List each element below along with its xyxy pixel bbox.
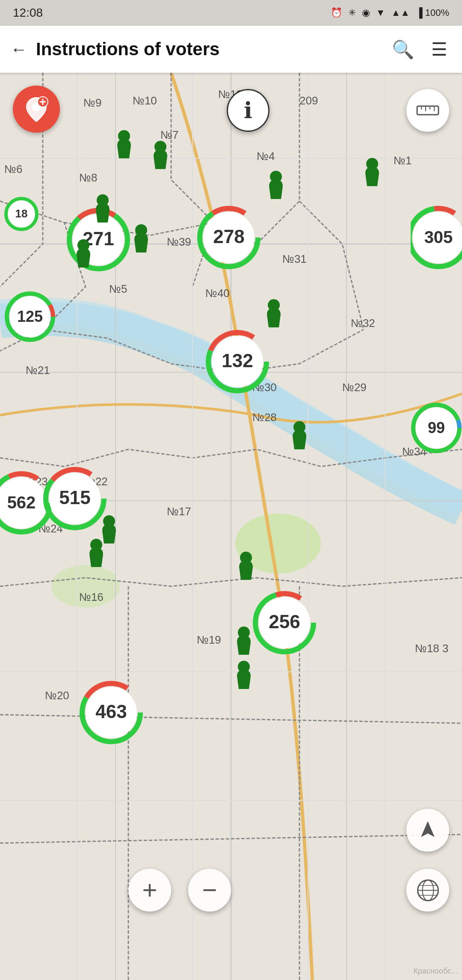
svg-text:125: 125 [17, 308, 43, 325]
svg-text:463: 463 [95, 701, 127, 722]
info-icon: ℹ [244, 98, 252, 123]
add-location-button[interactable] [13, 86, 60, 133]
svg-marker-82 [421, 822, 434, 837]
alarm-icon: ⏰ [331, 7, 342, 18]
navigate-button[interactable] [406, 809, 449, 852]
top-bar: ← Instructions of voters 🔍 ☰ [0, 26, 462, 73]
back-button[interactable]: ← [10, 40, 27, 59]
minus-icon: − [202, 877, 217, 903]
ruler-icon [415, 98, 441, 123]
info-button[interactable]: ℹ [227, 89, 270, 132]
status-bar: 12:08 ⏰ ✳ ◉ ▼ ▲▲ ▐ 100% [0, 0, 462, 26]
svg-text:256: 256 [269, 611, 300, 632]
navigate-icon [417, 820, 438, 841]
bluetooth-icon: ✳ [348, 7, 356, 18]
zoom-in-button[interactable]: + [128, 869, 171, 912]
svg-text:515: 515 [59, 487, 90, 508]
svg-text:278: 278 [213, 226, 244, 247]
marker-271[interactable]: 271 [66, 208, 130, 272]
svg-text:305: 305 [424, 228, 453, 246]
status-icons: ⏰ ✳ ◉ ▼ ▲▲ ▐ 100% [331, 7, 449, 18]
marker-515[interactable]: 515 [43, 466, 107, 531]
wifi-icon: ▼ [376, 7, 385, 18]
menu-button[interactable]: ☰ [427, 39, 452, 60]
plus-icon: + [142, 877, 157, 903]
svg-text:271: 271 [83, 228, 114, 249]
map-area[interactable]: №9 №10 №12 209 №7 №4 №1 №6 №8 №39 №31 №5… [0, 73, 462, 980]
marker-99[interactable]: 99 [411, 402, 462, 454]
svg-text:99: 99 [428, 419, 445, 437]
svg-point-2 [51, 565, 120, 608]
location-icon: ◉ [362, 7, 370, 18]
marker-256[interactable]: 256 [252, 591, 317, 655]
battery-icon: ▐ 100% [416, 7, 449, 18]
page-title: Instructions of voters [36, 39, 379, 59]
status-time: 12:08 [13, 6, 43, 20]
signal-icon: ▲▲ [391, 7, 410, 18]
marker-132[interactable]: 132 [205, 330, 270, 394]
svg-text:132: 132 [222, 350, 253, 371]
ruler-button[interactable] [406, 89, 449, 132]
svg-rect-77 [417, 106, 438, 115]
svg-text:562: 562 [7, 493, 36, 512]
marker-125[interactable]: 125 [4, 291, 56, 342]
marker-305[interactable]: 305 [411, 205, 462, 270]
map-watermark: Краснообс... [413, 967, 458, 976]
globe-button[interactable] [406, 869, 449, 912]
marker-18[interactable]: 18 [4, 197, 38, 231]
add-location-icon [21, 94, 51, 124]
search-button[interactable]: 🔍 [388, 39, 418, 60]
marker-278[interactable]: 278 [197, 205, 261, 270]
svg-text:18: 18 [15, 207, 28, 220]
zoom-out-button[interactable]: − [188, 869, 231, 912]
marker-463[interactable]: 463 [79, 680, 143, 745]
globe-icon [416, 879, 440, 902]
